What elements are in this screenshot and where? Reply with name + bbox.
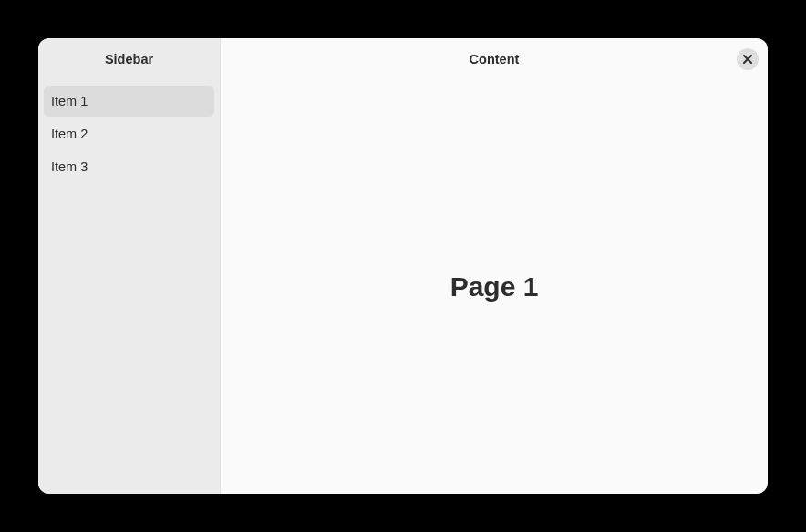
close-button[interactable] <box>737 48 759 70</box>
content-body: Page 1 <box>221 80 768 494</box>
sidebar-item-label: Item 2 <box>51 127 88 141</box>
content-pane: Content Page 1 <box>221 38 768 494</box>
page-heading: Page 1 <box>450 271 539 302</box>
sidebar-item-1[interactable]: Item 1 <box>44 86 214 117</box>
app-window: Sidebar Item 1 Item 2 Item 3 Content <box>38 38 768 494</box>
sidebar: Sidebar Item 1 Item 2 Item 3 <box>38 38 221 494</box>
sidebar-item-label: Item 1 <box>51 94 88 108</box>
sidebar-title: Sidebar <box>38 38 220 80</box>
sidebar-items: Item 1 Item 2 Item 3 <box>38 80 220 188</box>
sidebar-item-2[interactable]: Item 2 <box>44 118 214 149</box>
content-header: Content <box>221 38 768 80</box>
content-title: Content <box>470 52 520 66</box>
sidebar-item-label: Item 3 <box>51 159 88 174</box>
sidebar-item-3[interactable]: Item 3 <box>44 151 214 182</box>
close-icon <box>743 55 752 64</box>
